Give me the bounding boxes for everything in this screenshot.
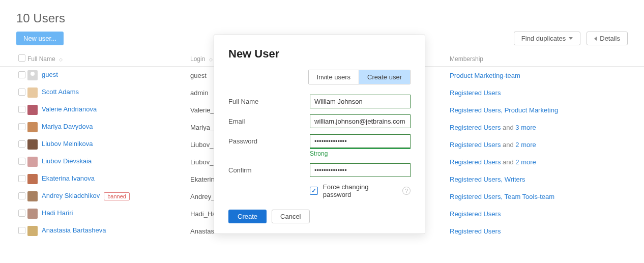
password-strength-bar (310, 148, 411, 149)
chevron-left-icon (594, 37, 597, 41)
user-name-link[interactable]: guest (42, 71, 58, 78)
select-all-checkbox[interactable] (18, 54, 25, 62)
password-strength-label: Strong (310, 150, 411, 157)
tab-invite-users[interactable]: Invite users (309, 70, 359, 84)
membership-link[interactable]: Registered Users (450, 210, 501, 218)
cancel-button[interactable]: Cancel (272, 210, 309, 223)
avatar (27, 87, 38, 98)
dialog-tabs: Invite users Create user (308, 70, 411, 84)
dialog-title: New User (228, 47, 411, 61)
new-user-dialog: New User Invite users Create user Full N… (214, 35, 425, 234)
membership-link[interactable]: Registered Users, Writers (450, 176, 525, 183)
user-name-link[interactable]: Liubov Melnikova (42, 140, 93, 148)
user-name-link[interactable]: Anastasia Bartasheva (42, 226, 106, 234)
full-name-input[interactable] (310, 95, 411, 108)
label-confirm: Confirm (228, 166, 310, 174)
user-membership: Registered Users (450, 84, 644, 101)
avatar (27, 209, 38, 219)
sort-icon: ◇ (59, 57, 63, 62)
avatar (27, 139, 38, 150)
avatar (27, 157, 38, 167)
avatar (27, 174, 38, 184)
chevron-down-icon (569, 37, 573, 40)
user-membership: Registered Users, Product Marketing (450, 101, 644, 119)
user-name-link[interactable]: Scott Adams (42, 88, 79, 96)
toolbar-right: Find duplicates Details (514, 32, 628, 45)
membership-link[interactable]: Registered Users (450, 227, 501, 235)
membership-more-link[interactable]: 2 more (515, 141, 536, 149)
user-name-link[interactable]: Andrey Skladchikov (42, 192, 100, 199)
row-checkbox[interactable] (18, 210, 25, 217)
membership-link[interactable]: Product Marketing-team (450, 72, 520, 79)
create-button[interactable]: Create (228, 210, 267, 223)
row-checkbox[interactable] (18, 106, 25, 113)
membership-and: and (501, 158, 515, 166)
details-label: Details (600, 35, 620, 42)
sort-icon: ◇ (209, 57, 213, 62)
row-checkbox[interactable] (18, 89, 25, 96)
column-header-membership: Membership (450, 51, 644, 67)
membership-link[interactable]: Registered Users (450, 124, 501, 131)
row-checkbox[interactable] (18, 71, 25, 78)
banned-badge: banned (104, 192, 130, 200)
column-header-login[interactable]: Login (190, 55, 205, 63)
user-membership: Registered Users and 2 more (450, 153, 644, 170)
membership-link[interactable]: Registered Users (450, 89, 501, 97)
help-icon[interactable]: ? (402, 187, 411, 195)
column-header-full-name[interactable]: Full Name (27, 55, 55, 63)
force-change-label: Force changing password (323, 183, 397, 198)
label-password: Password (228, 137, 310, 145)
membership-link[interactable]: Registered Users, Team Tools-team (450, 193, 554, 200)
avatar (27, 191, 38, 201)
user-membership: Registered Users (450, 205, 644, 222)
user-name-link[interactable]: Ekaterina Ivanova (42, 174, 95, 182)
user-membership: Registered Users and 3 more (450, 119, 644, 136)
row-checkbox[interactable] (18, 158, 25, 165)
find-duplicates-label: Find duplicates (521, 35, 566, 42)
membership-link[interactable]: Registered Users, Product Marketing (450, 106, 558, 114)
confirm-input[interactable] (310, 163, 411, 177)
membership-link[interactable]: Registered Users (450, 158, 501, 166)
force-change-checkbox[interactable]: ✓ (310, 187, 318, 195)
user-name-link[interactable]: Liubov Dievskaia (42, 157, 92, 165)
label-full-name: Full Name (228, 98, 310, 105)
new-user-button[interactable]: New user... (16, 32, 64, 45)
membership-and: and (501, 124, 515, 131)
row-checkbox[interactable] (18, 192, 25, 199)
user-membership: Registered Users and 2 more (450, 136, 644, 153)
details-button[interactable]: Details (587, 32, 628, 45)
email-input[interactable] (310, 114, 411, 128)
user-name-link[interactable]: Valerie Andrianova (42, 105, 97, 113)
row-checkbox[interactable] (18, 140, 25, 148)
tab-create-user[interactable]: Create user (359, 70, 410, 84)
page-title: 10 Users (0, 0, 644, 32)
avatar (27, 226, 38, 236)
membership-and: and (501, 141, 515, 149)
membership-more-link[interactable]: 2 more (515, 158, 536, 166)
find-duplicates-button[interactable]: Find duplicates (514, 32, 580, 45)
avatar (27, 70, 38, 80)
user-membership: Registered Users, Team Tools-team (450, 188, 644, 205)
avatar (27, 122, 38, 132)
row-checkbox[interactable] (18, 227, 25, 234)
row-checkbox[interactable] (18, 123, 25, 130)
row-checkbox[interactable] (18, 175, 25, 182)
membership-more-link[interactable]: 3 more (515, 124, 536, 131)
membership-link[interactable]: Registered Users (450, 141, 501, 149)
user-name-link[interactable]: Mariya Davydova (42, 123, 93, 130)
user-membership: Registered Users (450, 222, 644, 240)
user-membership: Product Marketing-team (450, 67, 644, 84)
avatar (27, 105, 38, 115)
password-input[interactable] (310, 134, 411, 148)
user-membership: Registered Users, Writers (450, 170, 644, 188)
user-name-link[interactable]: Hadi Hariri (42, 209, 73, 217)
label-email: Email (228, 118, 310, 125)
